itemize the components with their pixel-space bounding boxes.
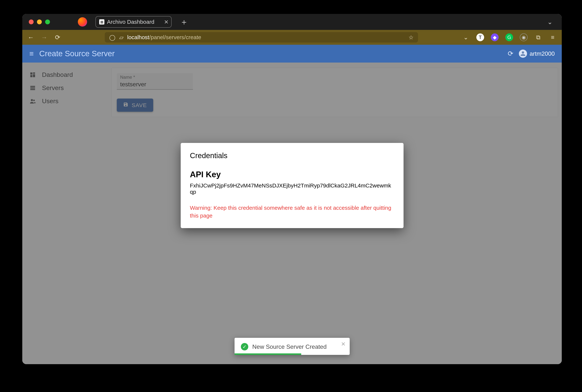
success-check-icon: ✓ <box>241 343 248 350</box>
page-title: Create Source Server <box>39 49 115 58</box>
app-body: Dashboard Servers Users <box>22 62 562 364</box>
nav-back-icon[interactable]: ← <box>28 34 34 41</box>
tabs-dropdown-icon[interactable]: ⌄ <box>547 18 552 26</box>
ext-shield-icon[interactable]: ◉ <box>520 34 527 41</box>
ext-t-icon[interactable]: T <box>476 34 484 41</box>
toast-close-icon[interactable]: ✕ <box>341 341 346 347</box>
nav-forward-icon[interactable]: → <box>41 34 48 41</box>
dialog-warning: Warning: Keep this credential somewhere … <box>190 204 394 220</box>
app-header: ≡ Create Source Server ⟳ artm2000 <box>22 45 562 62</box>
api-key-value: FxhiJCwPj2jpFs9HZvM47MeNSsDJXEjbyH2TmiRy… <box>190 182 394 195</box>
extensions-icon[interactable]: ⧉ <box>534 34 542 41</box>
username: artm2000 <box>530 50 555 57</box>
dialog-title: Credentials <box>190 152 394 160</box>
toast-message: New Source Server Created <box>252 343 327 350</box>
url-host: localhost <box>127 34 149 40</box>
tab-close-icon[interactable]: ✕ <box>164 19 169 25</box>
user-chip[interactable]: artm2000 <box>519 50 555 58</box>
window-close-icon[interactable] <box>29 20 34 24</box>
refresh-icon[interactable]: ⟳ <box>508 50 513 58</box>
tab-title: Archivo Dashboard <box>107 19 154 25</box>
window-maximize-icon[interactable] <box>45 20 50 24</box>
nav-reload-icon[interactable]: ⟳ <box>54 34 61 41</box>
app-menu-icon[interactable]: ≡ <box>549 34 556 41</box>
credentials-dialog: Credentials API Key FxhiJCwPj2jpFs9HZvM4… <box>181 143 403 228</box>
browser-toolbar: ← → ⟳ ◯ ▱ localhost/panel/servers/create… <box>22 30 562 45</box>
window-controls <box>29 20 50 24</box>
modal-overlay[interactable]: Credentials API Key FxhiJCwPj2jpFs9HZvM4… <box>22 62 562 364</box>
url-path: /panel/servers/create <box>149 34 201 40</box>
toast-progress <box>235 354 301 355</box>
dialog-subtitle: API Key <box>190 170 394 179</box>
url-input[interactable]: ◯ ▱ localhost/panel/servers/create ☆ <box>105 32 418 42</box>
menu-icon[interactable]: ≡ <box>29 50 34 58</box>
app-root: ≡ Create Source Server ⟳ artm2000 Dashbo… <box>22 45 562 364</box>
toast: ✓ New Source Server Created ✕ <box>235 338 350 355</box>
shield-icon: ◯ <box>109 34 116 41</box>
ext-purple-icon[interactable]: ◆ <box>491 34 499 41</box>
browser-window: ▦ Archivo Dashboard ✕ ＋ ⌄ ← → ⟳ ◯ ▱ loca… <box>22 14 562 364</box>
browser-tab-bar: ▦ Archivo Dashboard ✕ ＋ ⌄ <box>22 14 562 30</box>
avatar-icon <box>519 50 527 58</box>
new-tab-button[interactable]: ＋ <box>180 16 188 28</box>
ext-grammarly-icon[interactable]: G <box>505 34 513 41</box>
bookmark-star-icon[interactable]: ☆ <box>409 34 414 41</box>
firefox-logo-icon <box>78 17 87 26</box>
browser-tab[interactable]: ▦ Archivo Dashboard ✕ <box>96 16 172 28</box>
window-minimize-icon[interactable] <box>37 20 42 24</box>
url-text: localhost/panel/servers/create <box>127 34 405 40</box>
tab-favicon-icon: ▦ <box>99 19 104 24</box>
site-info-icon[interactable]: ▱ <box>119 34 124 41</box>
pocket-icon[interactable]: ⌄ <box>462 34 470 41</box>
